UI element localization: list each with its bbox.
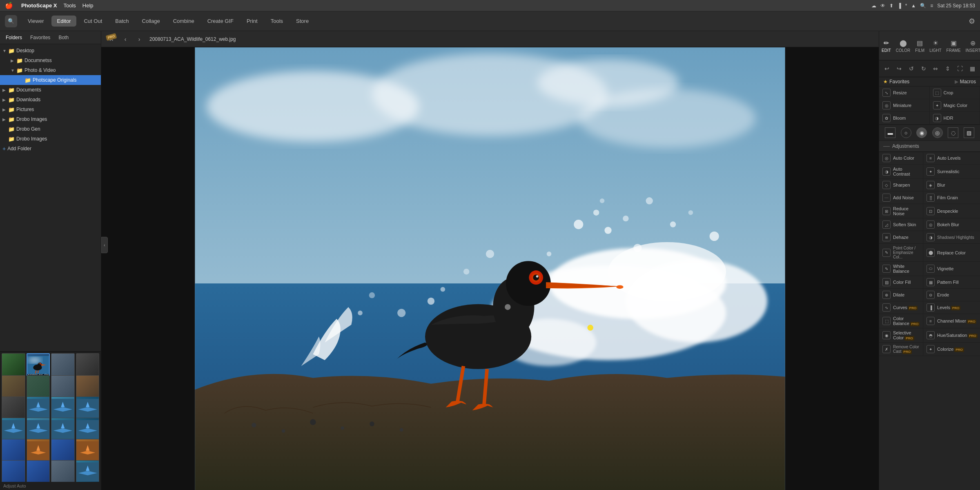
menu-tools[interactable]: Tools [63,2,76,9]
tree-item-documents[interactable]: ▶ 📁 Documents [0,85,101,95]
tab-cutout[interactable]: Cut Out [78,16,108,27]
tree-item-drobo-gen[interactable]: 📁 Drobo Gen [0,124,101,134]
hdr-button[interactable]: ◑ HDR [930,112,980,125]
channel-mixer-button[interactable]: ≡ Channel MixerPRO [923,314,980,328]
circle-soft-button[interactable]: ◎ [932,127,943,138]
replace-color-button[interactable]: ⬤ Replace Color [923,244,980,262]
thumbnail-2[interactable]: 20080713_ACA..jpg [27,353,50,377]
thumbnail-10[interactable] [27,396,50,420]
flip-h-icon[interactable]: ⇔ [930,63,941,74]
levels-button[interactable]: ▐ LevelsPRO [923,301,980,314]
thumbnail-7[interactable] [51,375,75,399]
dilate-button[interactable]: ⊕ Dilate [879,289,923,301]
dehaze-button[interactable]: ≋ Dehaze [879,231,923,244]
thumbnail-18[interactable] [27,439,50,463]
circle-fade-button[interactable]: ◌ [948,127,958,138]
crop-button[interactable]: ⬚ Crop [930,87,980,99]
thumbnail-12[interactable] [76,396,100,420]
fill-button[interactable]: ▨ [964,127,974,138]
rp-tool-insert[interactable]: ⊕ INSERT [963,37,980,54]
flip-v-icon[interactable]: ⇕ [942,63,953,74]
tree-item-photovideo[interactable]: ▼ 📁 Photo & Video [0,65,101,75]
reduce-noise-button[interactable]: ⊞ Reduce Noise [879,204,923,218]
tree-item-drobo-images-2[interactable]: 📁 Drobo Images [0,134,101,144]
circle-fill-button[interactable]: ◉ [916,127,927,138]
thumbnail-17[interactable] [2,439,25,463]
color-balance-button[interactable]: ⬚ Color BalancePRO [879,314,923,328]
rect-shape-button[interactable]: ▬ [885,127,895,138]
tab-both[interactable]: Both [56,34,71,41]
film-grain-button[interactable]: ⣿ Film Grain [923,192,980,204]
settings-icon[interactable]: ⚙ [969,17,975,25]
remove-color-cast-button[interactable]: ✗ Remove Color CastPRO [879,343,923,356]
rp-tool-film[interactable]: ▤ FILM [913,37,927,54]
bluetooth-icon[interactable]: * [905,3,907,9]
colorize-button[interactable]: ✦ ColorizePRO [923,343,980,356]
layout-icon[interactable]: ▦ [967,63,978,74]
screen-icon[interactable]: 👁 [880,3,885,9]
tree-item-drobo-images-1[interactable]: ▶ 📁 Drobo Images [0,114,101,124]
tab-favorites[interactable]: Favorites [28,34,53,41]
search-button[interactable]: 🔍 [5,15,17,27]
undo-icon[interactable]: ↩ [881,63,893,74]
tree-item-downloads[interactable]: ▶ 📁 Downloads [0,95,101,105]
add-noise-button[interactable]: ⋯ Add Noise [879,192,923,204]
tab-viewer[interactable]: Viewer [22,16,50,27]
resize-button[interactable]: ⤡ Resize [879,87,930,99]
bokeh-blur-button[interactable]: ◎ Bokeh Blur [923,218,980,231]
favorites-label[interactable]: Favorites [889,79,909,85]
redo-icon[interactable]: ↪ [893,63,905,74]
shadows-highlights-button[interactable]: ◑ Shadows/ Highlights [923,231,980,244]
despeckle-button[interactable]: ⊡ Despeckle [923,204,980,218]
vignette-button[interactable]: ⬭ Vignette [923,262,980,276]
thumbnail-24[interactable] [76,460,100,482]
notification-icon[interactable]: ≡ [930,3,933,9]
rp-tool-color[interactable]: ⬤ COLOR [893,37,913,54]
thumbnail-23[interactable] [51,460,75,482]
thumbnail-1[interactable] [2,353,25,377]
tab-store[interactable]: Store [290,16,314,27]
point-color-button[interactable]: ✎ Point Color / Emphasize Col... [879,244,923,262]
next-button[interactable]: › [134,34,145,45]
thumbnail-4[interactable] [76,353,100,377]
tab-batch[interactable]: Batch [109,16,134,27]
tab-combine[interactable]: Combine [167,16,200,27]
search-icon[interactable]: 🔍 [920,3,926,9]
magic-color-button[interactable]: ✦ Magic Color [930,99,980,112]
sharpen-button[interactable]: ◇ Sharpen [879,179,923,192]
curves-button[interactable]: ∿ CurvesPRO [879,301,923,314]
thumbnail-8[interactable] [76,375,100,399]
thumbnail-21[interactable] [2,460,25,482]
thumbnail-16[interactable] [76,418,100,441]
prev-button[interactable]: ‹ [120,34,131,45]
tree-item-photscape-originals[interactable]: 📁 Photscape Originals [0,75,101,85]
miniature-button[interactable]: ◎ Miniature [879,99,930,112]
selective-color-button[interactable]: ◉ Selective ColorPRO [879,328,923,343]
tab-creategif[interactable]: Create GIF [202,16,239,27]
auto-color-button[interactable]: ◎ Auto Color [879,152,923,165]
thumbnail-22[interactable] [27,460,50,482]
thumbnail-6[interactable] [27,375,50,399]
thumbnail-13[interactable] [2,418,25,441]
wifi-icon[interactable]: ▲ [911,3,916,9]
dropbox-icon[interactable]: ☁ [871,3,876,9]
bloom-button[interactable]: ✿ Bloom [879,112,930,125]
soften-skin-button[interactable]: ◿ Soften Skin [879,218,923,231]
rp-tool-light[interactable]: ☀ LIGHT [927,37,944,54]
tab-collage[interactable]: Collage [136,16,166,27]
erode-button[interactable]: ⊖ Erode [923,289,980,301]
tab-folders[interactable]: Folders [3,34,24,41]
macros-label[interactable]: Macros [960,79,976,85]
circle-shape-button[interactable]: ○ [901,127,911,138]
expand-icon[interactable]: ⛶ [954,63,966,74]
white-balance-button[interactable]: ✎ White Balance [879,262,923,276]
thumbnail-9[interactable] [2,396,25,420]
collapse-sidebar-button[interactable]: ‹ [101,237,108,253]
rp-tool-frame[interactable]: ▣ FRAME [944,37,963,54]
tree-item-add-folder[interactable]: + Add Folder [0,144,101,154]
tree-item-desktop[interactable]: ▼ 📁 Desktop [0,46,101,56]
auto-contrast-button[interactable]: ◑ Auto Contrast [879,165,923,179]
rotate-right-icon[interactable]: ↻ [918,63,929,74]
hue-saturation-button[interactable]: ◓ Hue/SaturationPRO [923,328,980,343]
tab-print[interactable]: Print [241,16,263,27]
